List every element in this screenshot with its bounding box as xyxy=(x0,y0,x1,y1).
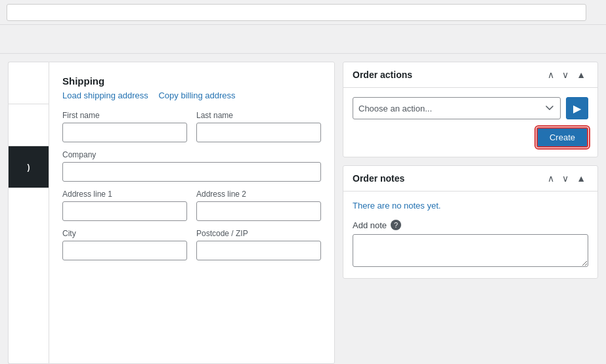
main-form-panel: Shipping Load shipping address Copy bill… xyxy=(49,62,335,364)
order-notes-down-btn[interactable]: ∨ xyxy=(559,172,571,184)
side-stub-item-3: ) xyxy=(9,146,49,188)
left-panel-wrapper: ) Shipping Load shipping address Copy bi… xyxy=(0,62,335,364)
company-label: Company xyxy=(62,150,321,159)
first-name-label: First name xyxy=(62,111,187,120)
create-btn-row: Create xyxy=(353,127,588,148)
action-run-button[interactable]: ▶ xyxy=(566,97,588,119)
top-search-input[interactable] xyxy=(7,4,586,21)
shipping-links: Load shipping address Copy billing addre… xyxy=(62,91,321,100)
add-note-help-icon[interactable]: ? xyxy=(391,220,401,230)
last-name-group: Last name xyxy=(196,111,321,142)
order-actions-title: Order actions xyxy=(353,70,412,80)
postcode-input[interactable] xyxy=(196,241,321,260)
address-line1-group: Address line 1 xyxy=(62,190,187,221)
address-line2-input[interactable] xyxy=(196,201,321,221)
notes-empty-text: There are no notes yet. xyxy=(353,201,588,211)
order-notes-up-btn[interactable]: ∧ xyxy=(545,172,557,184)
order-actions-widget: Order actions ∧ ∨ ▲ Choose an action... … xyxy=(343,62,598,157)
address-line1-label: Address line 1 xyxy=(62,190,187,199)
top-bar xyxy=(0,0,606,25)
order-actions-down-btn[interactable]: ∨ xyxy=(559,69,571,81)
shipping-section: Shipping Load shipping address Copy bill… xyxy=(62,75,321,260)
order-actions-body: Choose an action... Email invoice / orde… xyxy=(343,88,597,157)
side-stub-item-2 xyxy=(9,104,49,146)
order-notes-header: Order notes ∧ ∨ ▲ xyxy=(343,166,597,192)
action-row: Choose an action... Email invoice / orde… xyxy=(353,97,588,119)
copy-billing-link[interactable]: Copy billing address xyxy=(158,91,235,100)
order-actions-controls: ∧ ∨ ▲ xyxy=(545,69,588,81)
order-notes-widget: Order notes ∧ ∨ ▲ There are no notes yet… xyxy=(343,165,598,279)
postcode-group: Postcode / ZIP xyxy=(196,229,321,260)
side-stub: ) xyxy=(8,62,49,364)
order-actions-up-btn[interactable]: ∧ xyxy=(545,69,557,81)
city-label: City xyxy=(62,229,187,238)
first-name-input[interactable] xyxy=(62,123,187,142)
last-name-input[interactable] xyxy=(196,123,321,142)
order-notes-body: There are no notes yet. Add note ? xyxy=(343,192,597,278)
first-name-group: First name xyxy=(62,111,187,142)
right-panel: Order actions ∧ ∨ ▲ Choose an action... … xyxy=(335,54,606,364)
add-note-label-text: Add note xyxy=(353,220,387,230)
order-notes-title: Order notes xyxy=(353,173,404,184)
order-actions-header: Order actions ∧ ∨ ▲ xyxy=(343,62,597,88)
action-select[interactable]: Choose an action... Email invoice / orde… xyxy=(353,97,561,119)
note-textarea[interactable] xyxy=(353,234,588,267)
name-row: First name Last name xyxy=(62,111,321,142)
address-line2-group: Address line 2 xyxy=(196,190,321,221)
city-postcode-row: City Postcode / ZIP xyxy=(62,229,321,260)
create-button[interactable]: Create xyxy=(536,127,588,148)
last-name-label: Last name xyxy=(196,111,321,120)
add-note-label-row: Add note ? xyxy=(353,220,588,230)
postcode-label: Postcode / ZIP xyxy=(196,229,321,238)
side-stub-item-1 xyxy=(9,62,49,104)
company-row: Company xyxy=(62,150,321,182)
order-notes-collapse-btn[interactable]: ▲ xyxy=(574,172,588,184)
shipping-title: Shipping xyxy=(62,75,321,87)
order-actions-collapse-btn[interactable]: ▲ xyxy=(574,69,588,81)
address-line2-label: Address line 2 xyxy=(196,190,321,199)
order-notes-controls: ∧ ∨ ▲ xyxy=(545,172,588,184)
city-input[interactable] xyxy=(62,241,187,260)
second-bar xyxy=(0,25,606,54)
address-row: Address line 1 Address line 2 xyxy=(62,190,321,221)
company-group: Company xyxy=(62,150,321,182)
load-shipping-link[interactable]: Load shipping address xyxy=(62,91,148,100)
company-input[interactable] xyxy=(62,162,321,182)
address-line1-input[interactable] xyxy=(62,201,187,221)
city-group: City xyxy=(62,229,187,260)
